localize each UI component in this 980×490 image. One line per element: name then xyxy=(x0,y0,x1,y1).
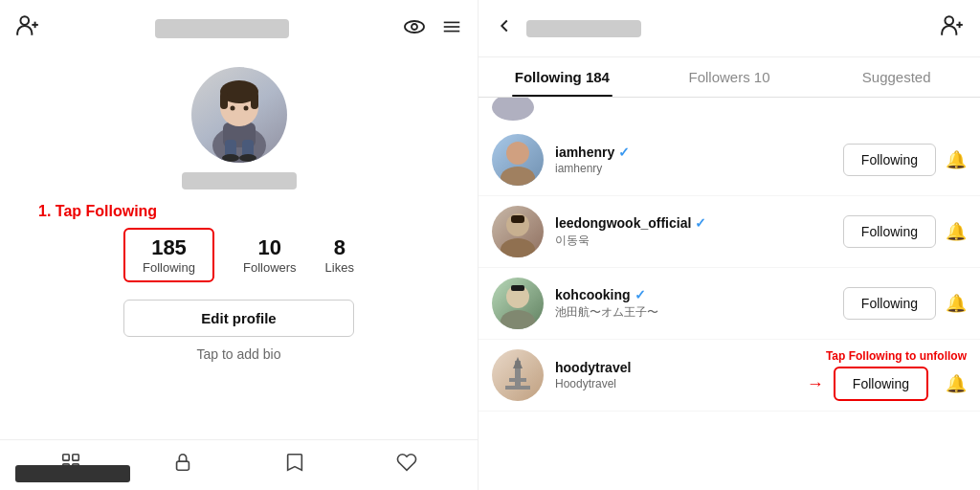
svg-rect-21 xyxy=(73,455,78,460)
bell-icon-hoodytravel[interactable]: 🔔 xyxy=(946,373,967,394)
svg-point-34 xyxy=(501,310,535,329)
svg-point-29 xyxy=(501,167,535,186)
user-handle-iamhenry: iamhenry xyxy=(555,162,843,175)
user-avatar-leedongwook xyxy=(492,206,544,257)
user-avatar-iamhenry xyxy=(492,134,544,186)
user-info-iamhenry: iamhenry ✓ iamhenry xyxy=(555,145,843,175)
svg-point-28 xyxy=(506,142,529,165)
right-title-blurred xyxy=(526,20,641,37)
partial-avatar xyxy=(492,98,534,121)
back-icon[interactable] xyxy=(494,15,515,41)
username-kohcooking: kohcooking xyxy=(555,287,631,302)
username-iamhenry: iamhenry xyxy=(555,145,614,160)
bottom-nav xyxy=(0,439,478,490)
tab-followers[interactable]: Followers 10 xyxy=(646,57,813,97)
likes-stat: 8 Likes xyxy=(325,235,354,275)
left-panel: 1. Tap Following 185 Following 10 Follow… xyxy=(0,0,479,490)
svg-rect-12 xyxy=(220,92,228,109)
bell-icon-iamhenry[interactable]: 🔔 xyxy=(946,149,967,170)
svg-rect-32 xyxy=(511,215,524,223)
svg-point-14 xyxy=(230,106,234,111)
add-user-icon[interactable] xyxy=(15,13,40,44)
left-header-title-blurred xyxy=(155,19,289,38)
following-button-iamhenry[interactable]: Following xyxy=(843,144,936,176)
user-handle-leedongwook: 이동욱 xyxy=(555,233,843,249)
user-row: leedongwook_official ✓ 이동욱 Following 🔔 xyxy=(479,196,980,268)
bell-icon-kohcooking[interactable]: 🔔 xyxy=(946,293,967,314)
following-stat[interactable]: 185 Following xyxy=(123,228,214,282)
avatar xyxy=(191,67,287,163)
bell-icon-leedongwook[interactable]: 🔔 xyxy=(946,221,967,242)
user-info-leedongwook: leedongwook_official ✓ 이동욱 xyxy=(555,215,843,249)
tab-suggested[interactable]: Suggested xyxy=(813,57,980,97)
user-avatar-hoodytravel xyxy=(492,349,544,401)
svg-point-19 xyxy=(239,154,256,162)
svg-rect-35 xyxy=(511,285,524,291)
svg-point-31 xyxy=(501,238,535,257)
svg-rect-24 xyxy=(177,461,189,470)
svg-rect-38 xyxy=(509,378,526,382)
verified-icon-kohcooking: ✓ xyxy=(635,287,646,302)
followers-stat[interactable]: 10 Followers xyxy=(243,235,297,275)
following-button-hoodytravel[interactable]: Following xyxy=(834,367,928,401)
edit-profile-button[interactable]: Edit profile xyxy=(123,300,353,337)
svg-point-15 xyxy=(243,106,248,111)
right-header-left xyxy=(494,15,641,41)
svg-point-3 xyxy=(405,21,424,33)
menu-icon[interactable] xyxy=(441,16,462,42)
following-number: 185 xyxy=(151,235,187,260)
username-leedongwook: leedongwook_official xyxy=(555,215,691,231)
profile-section xyxy=(182,57,297,195)
svg-point-25 xyxy=(945,16,953,25)
user-name-row: iamhenry ✓ xyxy=(555,145,843,160)
user-handle-hoodytravel: Hoodytravel xyxy=(555,377,807,390)
bookmark-nav-icon[interactable] xyxy=(284,452,305,479)
right-panel: Following 184 Followers 10 Suggested ia xyxy=(479,0,980,490)
stats-row: 185 Following 10 Followers 8 Likes xyxy=(123,228,354,282)
right-header xyxy=(479,0,980,57)
user-name-row: hoodytravel xyxy=(555,360,807,375)
username-blurred xyxy=(182,172,297,189)
svg-marker-37 xyxy=(513,357,523,368)
followers-label: Followers xyxy=(243,260,297,275)
user-handle-kohcooking: 池田航〜オム王子〜 xyxy=(555,304,843,321)
user-info-kohcooking: kohcooking ✓ 池田航〜オム王子〜 xyxy=(555,287,843,321)
following-label: Following xyxy=(143,260,195,275)
right-add-user-icon[interactable] xyxy=(940,13,965,44)
verified-icon-leedongwook: ✓ xyxy=(695,215,706,231)
lock-nav-icon[interactable] xyxy=(172,452,193,479)
heart-nav-icon[interactable] xyxy=(396,452,417,479)
user-avatar-kohcooking xyxy=(492,278,544,329)
left-header xyxy=(0,0,478,57)
followers-number: 10 xyxy=(258,235,281,260)
tabs-row: Following 184 Followers 10 Suggested xyxy=(479,57,980,98)
partial-avatar-row xyxy=(479,98,980,124)
user-name-row: kohcooking ✓ xyxy=(555,287,843,302)
verified-icon-iamhenry: ✓ xyxy=(618,145,630,160)
arrow-icon: → xyxy=(807,374,824,394)
likes-number: 8 xyxy=(334,235,345,260)
tap-unfollow-label: Tap Following to unfollow xyxy=(826,349,967,363)
user-row-hoodytravel: hoodytravel Hoodytravel Tap Following to… xyxy=(479,340,980,412)
svg-rect-20 xyxy=(63,455,69,460)
user-info-hoodytravel: hoodytravel Hoodytravel xyxy=(555,360,807,390)
svg-point-0 xyxy=(20,16,29,25)
following-list: iamhenry ✓ iamhenry Following 🔔 leedongw… xyxy=(479,98,980,490)
header-icon-group xyxy=(403,15,462,43)
svg-point-18 xyxy=(222,154,239,162)
tab-following[interactable]: Following 184 xyxy=(479,57,646,97)
bottom-bar-blurred xyxy=(15,465,130,482)
eye-icon[interactable] xyxy=(403,15,426,43)
likes-label: Likes xyxy=(325,260,354,275)
following-button-leedongwook[interactable]: Following xyxy=(843,215,936,248)
following-button-kohcooking[interactable]: Following xyxy=(843,287,936,320)
user-name-row: leedongwook_official ✓ xyxy=(555,215,843,231)
add-bio-text[interactable]: Tap to add bio xyxy=(197,346,281,362)
username-hoodytravel: hoodytravel xyxy=(555,360,631,375)
svg-rect-13 xyxy=(251,92,258,109)
tap-following-label: 1. Tap Following xyxy=(38,203,157,220)
user-row: kohcooking ✓ 池田航〜オム王子〜 Following 🔔 xyxy=(479,268,980,340)
svg-rect-39 xyxy=(505,386,530,390)
svg-point-4 xyxy=(412,24,417,30)
user-row: iamhenry ✓ iamhenry Following 🔔 xyxy=(479,124,980,196)
